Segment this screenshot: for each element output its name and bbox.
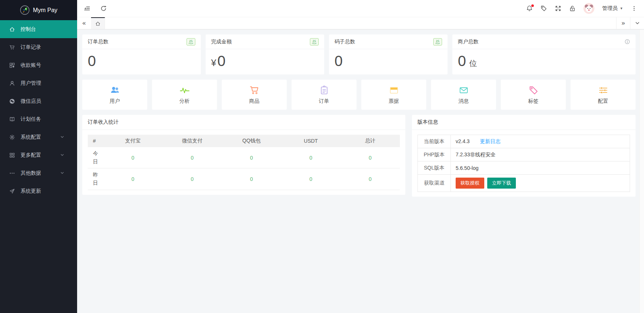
- get-license-button[interactable]: 获取授权: [456, 178, 484, 189]
- dashboard-content: 订单总数总0完成金额总¥0码子总数总0商户总数0位 用户分析商品订单票据消息标签…: [77, 29, 644, 313]
- stat-value: 0: [329, 49, 448, 74]
- total-badge[interactable]: 总: [433, 38, 442, 46]
- unlock-icon[interactable]: [569, 5, 576, 12]
- sidebar-item-order-records[interactable]: 订单记录: [0, 38, 77, 56]
- version-row-value: v2.4.3更新日志: [451, 135, 630, 148]
- sidebar-item-label: 订单记录: [21, 44, 41, 51]
- sidebar-item-label: 更多配置: [21, 152, 41, 159]
- download-now-button[interactable]: 立即下载: [487, 178, 516, 189]
- stat-card-header: 码子总数总: [329, 34, 448, 49]
- sidebar-item-payment-accounts[interactable]: 收款账号: [0, 56, 77, 74]
- version-row-channel: 获取渠道获取授权立即下载: [418, 175, 630, 192]
- stat-card-amount-total: 完成金额总¥0: [206, 34, 324, 74]
- version-panel: 版本信息 当前版本v2.4.3更新日志PHP版本7.2.33非线程安全SQL版本…: [412, 115, 636, 197]
- shortcut-analysis[interactable]: 分析: [152, 80, 217, 110]
- table-header-row: #支付宝微信支付QQ钱包USDT总计: [88, 135, 400, 147]
- sidebar-item-wechat-staff[interactable]: 微信店员: [0, 92, 77, 110]
- stat-label: 订单总数: [88, 39, 108, 45]
- sidebar-item-user-management[interactable]: 用户管理: [0, 74, 77, 92]
- chevron-down-icon: [60, 153, 64, 157]
- fullscreen-icon[interactable]: [555, 5, 561, 12]
- avatar[interactable]: [583, 3, 594, 14]
- sidebar-item-console[interactable]: 控制台: [0, 20, 77, 38]
- logo[interactable]: Mym Pay: [0, 0, 77, 20]
- total-badge[interactable]: 总: [187, 38, 195, 46]
- shortcut-label: 商品: [249, 98, 260, 105]
- income-value: 0: [163, 168, 222, 190]
- shortcut-tickets[interactable]: 票据: [361, 80, 426, 110]
- window-icon: [389, 85, 399, 95]
- caret-down-icon: ▼: [620, 7, 623, 10]
- bell-icon[interactable]: [526, 5, 533, 12]
- scrollbar[interactable]: [639, 30, 644, 313]
- sidebar-item-label: 系统更新: [21, 188, 41, 194]
- row-label: 今日: [88, 147, 103, 168]
- tabbar-spacer: [105, 17, 616, 29]
- shop-cart-icon: [249, 85, 260, 95]
- changelog-link[interactable]: 更新日志: [480, 138, 500, 144]
- shortcut-settings[interactable]: 配置: [571, 80, 636, 110]
- sidebar-item-label: 用户管理: [21, 80, 41, 87]
- stat-card-header: 完成金额总: [206, 34, 324, 49]
- shortcut-label: 分析: [180, 98, 190, 105]
- income-value: 0: [281, 168, 341, 190]
- tabs-scroll-left-icon[interactable]: «: [77, 17, 91, 29]
- version-value: v2.4.3: [456, 138, 470, 144]
- stat-unit: 位: [469, 59, 477, 68]
- chevron-down-icon: [60, 135, 64, 139]
- shortcut-users[interactable]: 用户: [82, 80, 147, 110]
- shortcut-label: 标签: [528, 98, 539, 105]
- shortcut-orders[interactable]: 订单: [292, 80, 357, 110]
- pulse-icon: [180, 85, 190, 95]
- currency-symbol: ¥: [211, 58, 216, 68]
- version-row-label: 获取渠道: [418, 175, 451, 192]
- tabs-scroll-right-icon[interactable]: »: [616, 17, 630, 29]
- notification-dot: [531, 4, 534, 7]
- table-row: 今日00000: [88, 147, 400, 168]
- tab-home[interactable]: [91, 17, 105, 29]
- refresh-icon[interactable]: [100, 5, 107, 12]
- chevron-down-icon: [60, 171, 64, 175]
- sidebar-item-other-data[interactable]: 其他数据: [0, 164, 77, 182]
- stats-row: 订单总数总0完成金额总¥0码子总数总0商户总数0位: [82, 34, 636, 74]
- stat-number: 0: [458, 53, 466, 69]
- users-icon: [110, 85, 120, 95]
- ellipsis-icon: [9, 170, 15, 176]
- user-menu[interactable]: 管理员 ▼: [602, 5, 623, 12]
- stat-card-merchants-total: 商户总数0位: [452, 34, 636, 74]
- sliders-icon: [598, 85, 608, 95]
- column-header: 微信支付: [163, 135, 222, 147]
- sidebar-item-system-update[interactable]: 系统更新: [0, 182, 77, 200]
- income-value: 0: [163, 147, 222, 168]
- sidebar-menu: 控制台订单记录收款账号用户管理微信店员计划任务系统配置更多配置其他数据系统更新: [0, 20, 77, 200]
- kebab-menu-icon[interactable]: [631, 5, 637, 12]
- rocket-logo-icon: [20, 5, 30, 15]
- tabbar: « »: [77, 17, 644, 29]
- total-badge[interactable]: 总: [310, 38, 319, 46]
- menu-fold-icon[interactable]: [84, 5, 90, 12]
- shortcut-messages[interactable]: 消息: [431, 80, 496, 110]
- income-panel: 订单收入统计 #支付宝微信支付QQ钱包USDT总计今日00000昨日00000: [82, 115, 405, 195]
- sidebar-item-system-config[interactable]: 系统配置: [0, 128, 77, 146]
- mail-icon: [459, 85, 469, 95]
- info-icon[interactable]: [625, 39, 630, 44]
- shortcut-tags[interactable]: 标签: [501, 80, 566, 110]
- stat-value: 0: [82, 49, 201, 74]
- shortcut-goods[interactable]: 商品: [222, 80, 287, 110]
- income-value: 0: [281, 147, 341, 168]
- shortcut-label: 配置: [598, 98, 608, 105]
- stat-number: 0: [217, 53, 225, 69]
- tabs-more-icon[interactable]: [630, 17, 644, 29]
- sidebar-item-more-config[interactable]: 更多配置: [0, 146, 77, 164]
- income-value: 0: [103, 147, 163, 168]
- app-title: Mym Pay: [33, 7, 58, 14]
- apps-icon: [9, 152, 15, 158]
- sidebar-item-label: 微信店员: [21, 98, 41, 105]
- tag-icon[interactable]: [540, 5, 547, 12]
- version-panel-body: 当前版本v2.4.3更新日志PHP版本7.2.33非线程安全SQL版本5.6.5…: [412, 130, 636, 197]
- shortcut-row: 用户分析商品订单票据消息标签配置: [82, 80, 636, 110]
- book-icon: [9, 116, 15, 122]
- shortcut-label: 消息: [459, 98, 469, 105]
- sidebar-item-scheduled-tasks[interactable]: 计划任务: [0, 110, 77, 128]
- version-row-current-version: 当前版本v2.4.3更新日志: [418, 135, 630, 148]
